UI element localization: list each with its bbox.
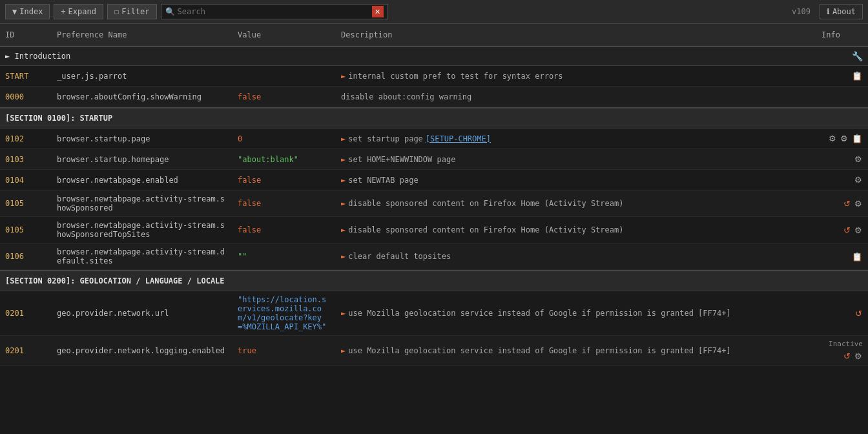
version-label: v109 bbox=[792, 7, 811, 16]
cell-0102-value: 0 bbox=[232, 130, 336, 147]
search-clear-button[interactable]: ✕ bbox=[372, 6, 384, 17]
reset-button[interactable]: ↺ bbox=[854, 308, 863, 319]
cell-0106-info: 📋 bbox=[816, 247, 868, 266]
reset-button[interactable]: ↺ bbox=[843, 198, 851, 209]
cell-start-desc: ► internal custom pref to test for synta… bbox=[336, 68, 816, 85]
arrow-icon: ► bbox=[341, 176, 346, 185]
search-wrapper: 🔍 ✕ bbox=[161, 4, 388, 19]
cell-0201b-info: Inactive ↺ ⚙ bbox=[816, 336, 868, 366]
copy-button[interactable]: 📋 bbox=[851, 70, 863, 81]
gear-button[interactable]: ⚙ bbox=[854, 351, 863, 362]
cell-0103-pref: browser.startup.homepage bbox=[52, 151, 232, 168]
gear2-button[interactable]: ⚙ bbox=[840, 133, 849, 144]
table-row: 0104 browser.newtabpage.enabled false ► … bbox=[0, 170, 868, 191]
search-input[interactable] bbox=[178, 7, 372, 16]
header-desc: Description bbox=[336, 28, 816, 42]
about-button[interactable]: ℹ About bbox=[820, 4, 863, 19]
arrow-icon: ► bbox=[341, 155, 346, 164]
cell-0105b-desc: ► disable sponsored content on Firefox H… bbox=[336, 222, 816, 238]
cell-0105b-id: 0105 bbox=[0, 222, 52, 238]
gear-button[interactable]: ⚙ bbox=[854, 174, 863, 185]
cell-0201a-desc: ► use Mozilla geolocation service instea… bbox=[336, 305, 816, 322]
table-row: 0201 geo.provider.network.url "https://l… bbox=[0, 291, 868, 336]
arrow-icon: ► bbox=[341, 346, 346, 355]
cell-0102-info: ⚙ ⚙ 📋 bbox=[816, 129, 868, 148]
cell-0102-id: 0102 bbox=[0, 130, 52, 147]
cell-0102-desc: ► set startup page [SETUP-CHROME] bbox=[336, 130, 816, 147]
cell-0201b-desc: ► use Mozilla geolocation service instea… bbox=[336, 342, 816, 359]
header-value: Value bbox=[232, 28, 336, 42]
cell-0105a-info: ↺ ⚙ bbox=[816, 194, 868, 213]
gear-button[interactable]: ⚙ bbox=[828, 133, 837, 144]
arrow-icon: ► bbox=[341, 134, 346, 143]
cell-0000-value: false bbox=[232, 88, 336, 105]
setup-chrome-link[interactable]: [SETUP-CHROME] bbox=[426, 134, 491, 143]
expand-button[interactable]: + Expand bbox=[54, 4, 103, 19]
cell-0105a-id: 0105 bbox=[0, 195, 52, 212]
cell-0201a-info: ↺ bbox=[816, 304, 868, 323]
filter-button[interactable]: ☐ Filter bbox=[107, 4, 157, 19]
cell-start-pref: _user.js.parrot bbox=[52, 68, 232, 85]
cell-0106-value: "" bbox=[232, 248, 336, 265]
index-icon: ▼ bbox=[12, 7, 17, 16]
cell-0000-pref: browser.aboutConfig.showWarning bbox=[52, 88, 232, 105]
cell-0105b-info: ↺ ⚙ bbox=[816, 221, 868, 240]
header-pref: Preference Name bbox=[52, 28, 232, 42]
cell-0103-value: "about:blank" bbox=[232, 151, 336, 168]
cell-0000-desc: disable about:config warning bbox=[336, 88, 816, 105]
filter-icon: ☐ bbox=[114, 7, 119, 16]
arrow-icon: ► bbox=[341, 72, 346, 81]
cell-0105a-desc: ► disable sponsored content on Firefox H… bbox=[336, 195, 816, 212]
cell-0201a-value: "https://location.services.mozilla.com/v… bbox=[232, 291, 336, 335]
cell-start-id: START bbox=[0, 68, 52, 85]
cell-0106-desc: ► clear default topsites bbox=[336, 248, 816, 265]
cell-0103-info: ⚙ bbox=[816, 150, 868, 169]
reset-button[interactable]: ↺ bbox=[843, 351, 851, 362]
table-row: 0201 geo.provider.network.logging.enable… bbox=[0, 336, 868, 366]
expand-icon: + bbox=[61, 7, 65, 16]
cell-0102-pref: browser.startup.page bbox=[52, 130, 232, 147]
section-0200-title: [SECTION 0200]: GEOLOCATION / LANGUAGE /… bbox=[0, 270, 868, 291]
cell-0106-id: 0106 bbox=[0, 248, 52, 265]
arrow-icon: ► bbox=[341, 225, 346, 234]
cell-0104-desc: ► set NEWTAB page bbox=[336, 172, 816, 189]
cell-0201a-pref: geo.provider.network.url bbox=[52, 305, 232, 322]
arrow-icon: ► bbox=[341, 252, 346, 261]
gear-button[interactable]: ⚙ bbox=[854, 154, 863, 165]
reset-button[interactable]: ↺ bbox=[843, 225, 851, 236]
introduction-section-header[interactable]: ► Introduction 🔧 bbox=[0, 46, 868, 66]
gear-button[interactable]: ⚙ bbox=[854, 225, 863, 236]
gear-button[interactable]: ⚙ bbox=[854, 198, 863, 209]
copy-button[interactable]: 📋 bbox=[851, 251, 863, 262]
cell-0106-pref: browser.newtabpage.activity-stream.defau… bbox=[52, 243, 232, 269]
cell-0201b-value: true bbox=[232, 342, 336, 359]
index-button[interactable]: ▼ Index bbox=[5, 4, 50, 19]
table-row: 0103 browser.startup.homepage "about:bla… bbox=[0, 149, 868, 170]
cell-0105a-pref: browser.newtabpage.activity-stream.showS… bbox=[52, 191, 232, 216]
table-row: 0102 browser.startup.page 0 ► set startu… bbox=[0, 129, 868, 149]
arrow-icon: ► bbox=[341, 199, 346, 208]
arrow-icon: ► bbox=[341, 309, 346, 318]
cell-0104-info: ⚙ bbox=[816, 170, 868, 189]
cell-0104-value: false bbox=[232, 172, 336, 189]
cell-0201b-id: 0201 bbox=[0, 342, 52, 359]
introduction-label: ► Introduction bbox=[5, 52, 837, 61]
cell-0103-desc: ► set HOME+NEWWINDOW page bbox=[336, 151, 816, 168]
cell-0105b-pref: browser.newtabpage.activity-stream.showS… bbox=[52, 217, 232, 243]
copy-button[interactable]: 📋 bbox=[851, 133, 863, 144]
cell-0201b-pref: geo.provider.network.logging.enabled bbox=[52, 342, 232, 359]
section-0100-title: [SECTION 0100]: STARTUP bbox=[0, 107, 868, 129]
table-row: 0106 browser.newtabpage.activity-stream.… bbox=[0, 243, 868, 270]
inactive-label: Inactive bbox=[829, 340, 863, 348]
toolbar: ▼ Index + Expand ☐ Filter 🔍 ✕ v109 ℹ Abo… bbox=[0, 0, 868, 24]
cell-start-value bbox=[232, 72, 336, 80]
table-row: START _user.js.parrot ► internal custom … bbox=[0, 66, 868, 87]
table-row: 0105 browser.newtabpage.activity-stream.… bbox=[0, 217, 868, 243]
cell-0105a-value: false bbox=[232, 195, 336, 212]
cell-0000-id: 0000 bbox=[0, 88, 52, 105]
info-icon: ℹ bbox=[827, 7, 830, 16]
cell-0105b-value: false bbox=[232, 222, 336, 238]
wrench-icon: 🔧 bbox=[837, 51, 863, 61]
cell-0000-info bbox=[816, 93, 868, 101]
table-row: 0105 browser.newtabpage.activity-stream.… bbox=[0, 191, 868, 217]
